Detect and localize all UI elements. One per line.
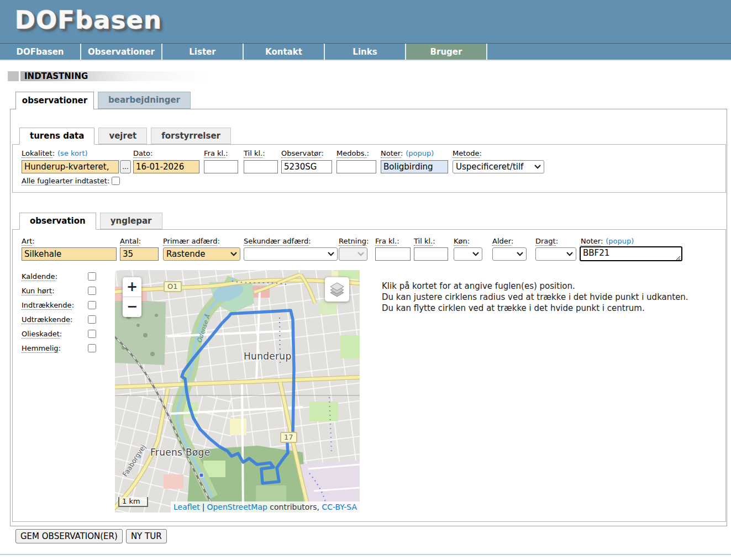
- obs-til-kl-label: Til kl.: [414, 237, 435, 245]
- obs-tab-bar: observation ynglepar: [12, 213, 726, 230]
- contributors-text: contributors,: [270, 503, 319, 511]
- trip-fields-box: Lokalitet(se kort) Dato Fra kl. Til kl. …: [12, 144, 726, 193]
- tab-observationer[interactable]: observationer: [15, 92, 94, 109]
- hemmelig-row: Hemmelig: [22, 344, 96, 352]
- lokalitet-input[interactable]: [22, 160, 119, 173]
- art-input[interactable]: [22, 247, 117, 261]
- action-bar: GEM OBSERVATION(ER) NY TUR: [15, 529, 167, 543]
- kun-hort-checkbox[interactable]: [88, 287, 96, 295]
- trip-noter-input[interactable]: [381, 160, 448, 173]
- antal-label: Antal: [120, 237, 141, 245]
- tab-turens-data[interactable]: turens data: [19, 128, 94, 145]
- retning-select[interactable]: [339, 247, 367, 261]
- alder-select[interactable]: [492, 247, 527, 261]
- map-instructions: Klik på kortet for at angive fuglen(es) …: [382, 281, 688, 314]
- app-logo: DOFbasen: [15, 6, 162, 35]
- obs-til-kl-input[interactable]: [414, 247, 448, 261]
- instruction-line-2: Du kan justere cirklens radius ved at tr…: [382, 292, 688, 303]
- dragt-label: Dragt: [535, 237, 558, 245]
- antal-input[interactable]: [120, 247, 159, 261]
- trip-til-kl-input[interactable]: [244, 160, 278, 173]
- main-tab-bar: observationer bearbejdninger: [15, 92, 191, 109]
- sekundaer-adfaerd-select[interactable]: [244, 247, 338, 261]
- olieskadet-label: Olieskadet: [22, 330, 88, 338]
- til-kl-label: Til kl.: [244, 149, 265, 157]
- observation-group: observation ynglepar Art Antal Primær ad…: [12, 213, 726, 522]
- primaer-adfaerd-select[interactable]: Rastende: [163, 247, 240, 261]
- kaldende-checkbox[interactable]: [88, 272, 96, 281]
- nav-item-observationer[interactable]: Observationer: [81, 44, 162, 60]
- koen-select[interactable]: [454, 247, 482, 261]
- lokalitet-browse-button[interactable]: ...: [120, 160, 131, 173]
- obs-fields-box: Art Antal Primær adfærd Sekundær adfærd …: [12, 229, 726, 522]
- page-title: INDTASTNING: [20, 71, 208, 81]
- medobs-label: Medobs.: [336, 149, 369, 157]
- map-scale-bar: 1 km: [118, 497, 148, 507]
- road-badge-o1: O1: [164, 281, 182, 292]
- alle-fuglearter-label: Alle fuglearter indtastet: [22, 177, 109, 185]
- chevron-down-icon: [566, 252, 573, 256]
- map-label-hunderup: Hunderup: [244, 351, 292, 362]
- chevron-down-icon: [357, 252, 364, 256]
- hemmelig-checkbox[interactable]: [88, 344, 96, 352]
- tab-observation[interactable]: observation: [19, 213, 96, 230]
- koen-label: Køn: [454, 237, 470, 245]
- nav-item-kontakt[interactable]: Kontakt: [244, 44, 325, 60]
- app-header: DOFbasen: [0, 0, 731, 43]
- dragt-select[interactable]: [535, 247, 576, 261]
- chevron-down-icon: [534, 165, 541, 169]
- chevron-down-icon: [517, 252, 523, 256]
- cc-by-sa-link[interactable]: CC-BY-SA: [322, 503, 357, 511]
- olieskadet-checkbox[interactable]: [88, 330, 96, 338]
- fra-kl-label: Fra kl.: [204, 149, 228, 157]
- metode-select[interactable]: Uspecificeret/tilf: [453, 160, 544, 173]
- obs-noter-wrap: BBF21: [580, 246, 682, 263]
- kaldende-row: Kaldende: [22, 272, 96, 281]
- sekundaer-label: Sekundær adfærd: [244, 237, 311, 245]
- attribution-separator: |: [202, 503, 205, 511]
- openstreetmap-link[interactable]: OpenStreetMap: [207, 503, 267, 511]
- udtraekkende-label: Udtrækkende: [22, 315, 88, 324]
- section-bullet: [8, 71, 19, 81]
- leaflet-map[interactable]: O1 17 Hunderup Fruens Bøge Faaborgvej Od…: [115, 270, 360, 513]
- dato-label: Dato: [133, 149, 152, 157]
- nav-item-bruger[interactable]: Bruger: [406, 44, 487, 60]
- alle-fuglearter-row: Alle fuglearter indtastet: [22, 177, 120, 185]
- obs-fra-kl-input[interactable]: [375, 247, 411, 261]
- dato-input[interactable]: [133, 160, 199, 173]
- indtraekkende-checkbox[interactable]: [88, 301, 96, 309]
- tab-bearbejdninger[interactable]: bearbejdninger: [98, 92, 191, 109]
- leaflet-link[interactable]: Leaflet: [173, 503, 200, 511]
- map-layers-button[interactable]: [325, 277, 349, 302]
- section-heading: INDTASTNING: [8, 71, 208, 81]
- indtraekkende-label: Indtrækkende: [22, 301, 88, 309]
- kun-hort-label: Kun hørt: [22, 287, 88, 295]
- new-trip-button[interactable]: NY TUR: [126, 529, 167, 543]
- alle-fuglearter-checkbox[interactable]: [112, 177, 120, 185]
- tab-forstyrrelser[interactable]: forstyrrelser: [151, 128, 231, 144]
- page: DOFbasen DOFbasen Observationer Lister K…: [0, 0, 731, 560]
- page-bottom-border: [0, 554, 731, 555]
- zoom-in-button[interactable]: +: [123, 277, 141, 297]
- nav-item-dofbasen[interactable]: DOFbasen: [0, 44, 81, 60]
- trip-noter-popup-link[interactable]: (popup): [406, 149, 434, 157]
- nav-item-lister[interactable]: Lister: [162, 44, 244, 60]
- observator-input[interactable]: [281, 160, 332, 173]
- medobs-input[interactable]: [336, 160, 376, 173]
- tab-vejret[interactable]: vejret: [98, 128, 147, 144]
- map-zoom-control: + −: [123, 277, 141, 317]
- nav-item-links[interactable]: Links: [325, 44, 406, 60]
- obs-noter-popup-link[interactable]: (popup): [606, 237, 634, 245]
- save-observation-button[interactable]: GEM OBSERVATION(ER): [15, 529, 123, 543]
- zoom-out-button[interactable]: −: [123, 297, 141, 317]
- hemmelig-label: Hemmelig: [22, 344, 88, 352]
- metode-label: Metode: [453, 149, 482, 157]
- tab-ynglepar[interactable]: ynglepar: [100, 213, 162, 229]
- se-kort-link[interactable]: (se kort): [57, 149, 88, 157]
- kaldende-label: Kaldende: [22, 272, 88, 281]
- instruction-line-1: Klik på kortet for at angive fuglen(es) …: [382, 281, 688, 292]
- udtraekkende-checkbox[interactable]: [88, 315, 96, 324]
- trip-fra-kl-input[interactable]: [204, 160, 238, 173]
- obs-noter-textarea[interactable]: BBF21: [580, 246, 682, 261]
- map-tiles: [115, 270, 360, 513]
